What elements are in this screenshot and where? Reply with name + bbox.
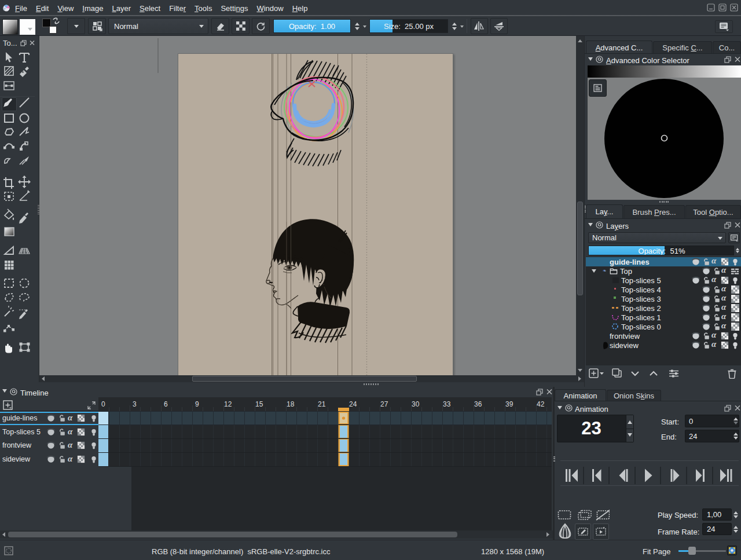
svg-text:15: 15 (255, 400, 263, 408)
svg-text:42: 42 (537, 400, 545, 408)
svg-text:39: 39 (505, 400, 513, 408)
svg-text:9: 9 (195, 400, 199, 408)
svg-text:0: 0 (101, 400, 105, 408)
svg-text:30: 30 (412, 400, 420, 408)
svg-text:12: 12 (224, 400, 232, 408)
svg-text:18: 18 (287, 400, 295, 408)
svg-text:27: 27 (380, 400, 388, 408)
svg-text:3: 3 (133, 400, 137, 408)
svg-text:36: 36 (474, 400, 482, 408)
svg-text:24: 24 (349, 400, 357, 408)
svg-text:21: 21 (318, 400, 326, 408)
svg-text:33: 33 (443, 400, 451, 408)
svg-text:6: 6 (164, 400, 168, 408)
